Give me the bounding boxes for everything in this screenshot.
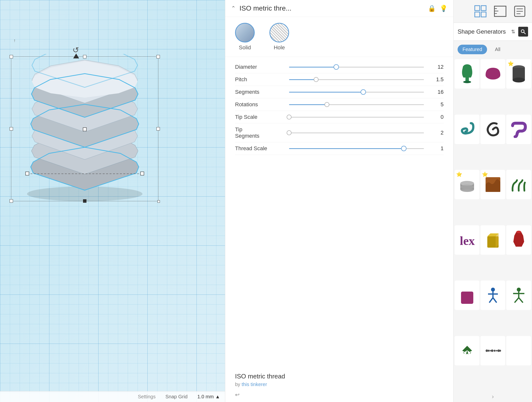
tab-all[interactable]: All (490, 45, 505, 54)
panel-header: ⌃ ISO metric thre... 🔒 💡 (225, 0, 453, 17)
shape-cylinder[interactable]: ⭐ (506, 59, 531, 89)
handle-bl[interactable] (10, 199, 13, 203)
slider-tip-scale[interactable] (289, 114, 424, 120)
thread-credit: by this tinkerer (235, 382, 444, 387)
svg-line-53 (493, 298, 497, 303)
svg-line-52 (489, 298, 493, 303)
tab-featured[interactable]: Featured (458, 45, 487, 54)
value-tip-scale: 0 (429, 114, 444, 120)
svg-point-33 (463, 81, 471, 83)
shape-vase[interactable] (506, 225, 531, 255)
chevron-up-icon: ▲ (215, 394, 220, 400)
svg-point-63 (494, 350, 496, 352)
scroll-right-chevron[interactable]: › (454, 391, 532, 402)
shape-pipe[interactable] (506, 115, 531, 144)
label-thread-scale: Thread Scale (235, 145, 284, 152)
slider-pitch[interactable] (289, 77, 424, 82)
label-segments: Segments (235, 89, 284, 95)
slider-thread-scale[interactable] (289, 146, 424, 151)
solid-circle (235, 23, 255, 42)
shape-box[interactable] (480, 225, 505, 255)
param-segments: Segments 16 (235, 86, 444, 98)
shape-plane[interactable] (455, 336, 479, 365)
sg-title: Shape Generators (458, 28, 508, 35)
svg-point-64 (496, 350, 497, 351)
hole-circle (269, 23, 289, 42)
top-toolbar (454, 0, 532, 23)
grid-toolbar-icon[interactable] (473, 4, 488, 19)
shape-cube[interactable] (455, 281, 479, 310)
slider-rotations[interactable] (289, 102, 424, 107)
thread-name: ISO metric thread (235, 373, 444, 380)
redo-icon[interactable]: ↩ (235, 392, 239, 398)
shape-arch[interactable] (506, 170, 531, 199)
notes-toolbar-icon[interactable] (512, 4, 527, 19)
star-badge: ⭐ (508, 61, 514, 67)
shape-figure2[interactable] (506, 281, 531, 310)
thread-3d-model (15, 54, 155, 202)
shape-spiral[interactable] (480, 115, 505, 144)
svg-point-54 (517, 288, 521, 292)
svg-line-57 (515, 298, 519, 303)
shape-goblet[interactable] (455, 59, 479, 89)
svg-point-47 (516, 231, 521, 233)
shape-dots[interactable] (480, 336, 505, 365)
handle-lm[interactable] (10, 127, 13, 131)
svg-line-30 (524, 32, 526, 34)
svg-point-62 (491, 349, 493, 352)
param-diameter: Diameter 12 (235, 61, 444, 73)
shape-empty (506, 336, 531, 365)
snap-grid-label: Snap Grid (165, 394, 187, 400)
sg-search-button[interactable] (518, 27, 528, 37)
shape-sidebar: Shape Generators ⇅ Featured All (453, 0, 532, 402)
handle-tl[interactable] (10, 55, 13, 58)
shape-hook[interactable] (455, 115, 479, 144)
hole-type[interactable]: Hole (269, 23, 289, 51)
handle-br[interactable] (157, 200, 160, 203)
svg-rect-14 (26, 172, 29, 175)
sg-tabs: Featured All (454, 41, 532, 58)
sg-header: Shape Generators ⇅ (454, 23, 532, 41)
viewport[interactable]: ↺ ↑ (0, 0, 225, 402)
slider-tip-segments[interactable] (289, 130, 424, 136)
light-icon[interactable]: 💡 (440, 5, 448, 12)
shape-dome[interactable] (480, 59, 505, 89)
shape-figure1[interactable] (480, 281, 505, 310)
value-diameter: 12 (429, 64, 444, 70)
handle-rm[interactable] (156, 127, 160, 131)
property-panel: ⌃ ISO metric thre... 🔒 💡 Solid Hole Diam… (225, 0, 453, 402)
value-pitch: 1.5 (429, 76, 444, 83)
param-tip-segments: Tip Segments 2 (235, 123, 444, 142)
hole-label: Hole (274, 44, 285, 51)
param-tip-scale: Tip Scale 0 (235, 111, 444, 123)
svg-rect-15 (140, 172, 144, 175)
svg-rect-17 (475, 6, 480, 11)
svg-point-41 (460, 185, 474, 189)
star-badge-coins: ⭐ (456, 171, 462, 177)
thread-info: ISO metric thread by this tinkerer (225, 368, 453, 390)
shape-coins[interactable]: ⭐ (455, 170, 479, 199)
settings-label[interactable]: Settings (138, 394, 155, 400)
label-tip-scale: Tip Scale (235, 114, 284, 120)
tinkerer-link[interactable]: this tinkerer (242, 382, 267, 387)
lock-icon[interactable]: 🔒 (428, 5, 436, 12)
collapse-icon[interactable]: ⌃ (231, 5, 236, 12)
handle-tr[interactable] (156, 55, 160, 58)
param-thread-scale: Thread Scale 1 (235, 142, 444, 155)
svg-point-37 (513, 78, 525, 82)
snap-grid-value[interactable]: 1.0 mm ▲ (197, 394, 220, 400)
param-pitch: Pitch 1.5 (235, 73, 444, 86)
value-segments: 16 (429, 89, 444, 95)
shape-type-row: Solid Hole (225, 17, 453, 57)
slider-diameter[interactable] (289, 64, 424, 70)
slider-segments[interactable] (289, 89, 424, 95)
svg-point-59 (486, 349, 488, 352)
ruler-toolbar-icon[interactable] (493, 4, 507, 19)
shape-terrain[interactable]: ⭐ (480, 170, 505, 199)
axis-arrow: ↑ (14, 38, 16, 43)
shape-text[interactable]: lex (455, 225, 479, 255)
sg-sort-icon[interactable]: ⇅ (510, 28, 516, 36)
solid-type[interactable]: Solid (235, 23, 255, 51)
solid-label: Solid (239, 44, 251, 51)
svg-point-66 (499, 350, 501, 352)
